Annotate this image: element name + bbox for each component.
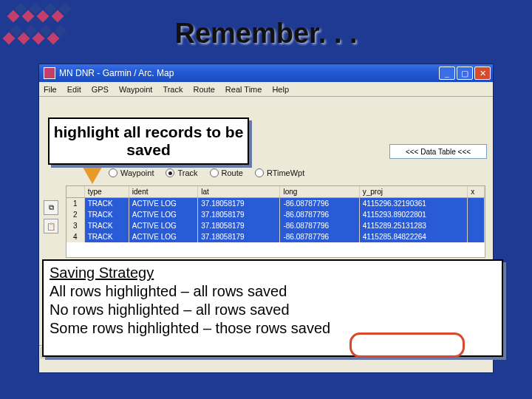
annotation-strategy: Saving Strategy All rows highlighted – a…: [42, 259, 503, 357]
annotation-highlight: highlight all records to be saved: [48, 117, 249, 165]
radio-rtime[interactable]: [255, 168, 264, 177]
maximize-button[interactable]: ▢: [457, 66, 473, 80]
type-radio-group: Waypoint Track Route RTimeWpt: [97, 166, 484, 180]
minimize-button[interactable]: _: [439, 66, 455, 80]
menu-waypoint[interactable]: Waypoint: [119, 85, 152, 94]
close-button[interactable]: ✕: [474, 66, 491, 80]
menu-realtime[interactable]: Real Time: [225, 85, 262, 94]
app-window: MN DNR - Garmin / Arc. Map _ ▢ ✕ File Ed…: [38, 64, 494, 373]
app-icon: [44, 67, 55, 79]
radio-track-label: Track: [177, 168, 197, 177]
radio-waypoint[interactable]: [109, 168, 117, 177]
menu-gps[interactable]: GPS: [92, 85, 109, 94]
window-title: MN DNR - Garmin / Arc. Map: [59, 68, 437, 78]
side-toolbar: ⧉ 📋: [44, 200, 60, 237]
strategy-line: No rows highlighted – all rows saved: [50, 301, 290, 318]
table-row[interactable]: 3TRACKACTIVE LOG37.18058179-86.087877964…: [66, 220, 485, 231]
radio-waypoint-label: Waypoint: [120, 168, 154, 177]
radio-rtime-label: RTimeWpt: [267, 168, 304, 177]
menubar: File Edit GPS Waypoint Track Route Real …: [39, 82, 493, 97]
table-row[interactable]: 2TRACKACTIVE LOG37.18058179-86.087877964…: [66, 209, 485, 220]
paste-icon[interactable]: 📋: [44, 219, 58, 233]
strategy-line: Some rows highlighted – those rows saved: [50, 320, 330, 336]
strategy-heading: Saving Strategy: [50, 265, 154, 281]
table-row[interactable]: 4TRACKACTIVE LOG37.18058179-86.087877964…: [66, 231, 485, 242]
radio-route-label: Route: [222, 168, 243, 177]
strategy-line: All rows highlighted – all rows saved: [50, 283, 287, 299]
window-titlebar: MN DNR - Garmin / Arc. Map _ ▢ ✕: [39, 64, 493, 82]
menu-file[interactable]: File: [44, 85, 57, 94]
copy-icon[interactable]: ⧉: [44, 200, 58, 215]
data-table-button[interactable]: <<< Data Table <<<: [389, 144, 487, 159]
table-header: type ident lat long y_proj x: [66, 186, 485, 198]
radio-track[interactable]: [166, 168, 174, 177]
data-table[interactable]: type ident lat long y_proj x 1TRACKACTIV…: [66, 185, 485, 258]
menu-track[interactable]: Track: [163, 85, 183, 94]
slide-title: Remember. . .: [0, 18, 532, 50]
menu-route[interactable]: Route: [193, 85, 214, 94]
menu-edit[interactable]: Edit: [67, 85, 81, 94]
menu-help[interactable]: Help: [272, 85, 289, 94]
toolbar: [39, 97, 493, 120]
annotation-arrow-icon: [81, 163, 104, 184]
table-row[interactable]: 1TRACKACTIVE LOG37.18058179-86.087877964…: [66, 198, 485, 209]
radio-route[interactable]: [210, 168, 219, 177]
